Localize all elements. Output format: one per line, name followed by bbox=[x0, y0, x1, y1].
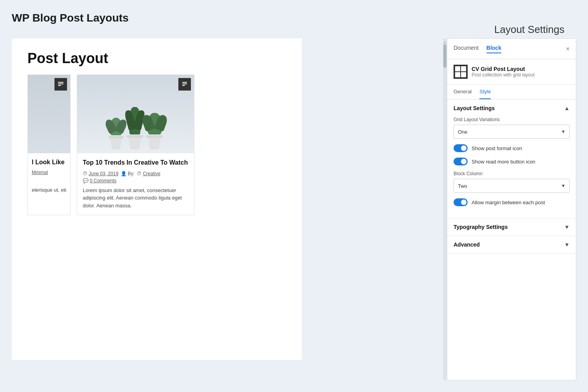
card-body: Top 10 Trends In Creative To Watch ⏱ Jun… bbox=[77, 153, 194, 215]
allow-margin-toggle[interactable] bbox=[454, 198, 468, 206]
block-name: CV Grid Post Layout bbox=[472, 66, 535, 72]
card-category[interactable]: Creative bbox=[143, 171, 160, 176]
layout-settings-chevron-up-icon: ▲ bbox=[564, 105, 570, 111]
block-column-select[interactable]: One Two Three Four bbox=[454, 179, 570, 193]
plant1 bbox=[109, 118, 123, 149]
card-category-item: ⏱ Creative bbox=[137, 171, 160, 176]
card-author-item: 👤 By: bbox=[121, 171, 134, 176]
svg-rect-4 bbox=[182, 83, 187, 84]
comment-icon: 💬 bbox=[83, 178, 89, 183]
plant-scene bbox=[77, 75, 194, 153]
panel-header: Document Block × bbox=[447, 39, 576, 59]
svg-rect-1 bbox=[58, 83, 64, 84]
card-image bbox=[77, 75, 194, 153]
card-meta: ⏱ June 03, 2019 👤 By: ⏱ Creative bbox=[83, 171, 189, 176]
inner-tabs: General Style bbox=[447, 85, 576, 100]
partial-card-icon bbox=[54, 78, 67, 91]
grid-layout-select[interactable]: One Two Three bbox=[454, 125, 570, 139]
block-icon-cell-4 bbox=[461, 72, 466, 77]
partial-card-excerpt: elerisque ut, etus. Nullam bbox=[32, 187, 66, 193]
plant2 bbox=[127, 107, 143, 149]
right-panel: Document Block × CV Grid Post Layout Pos… bbox=[447, 38, 576, 380]
inner-tab-style[interactable]: Style bbox=[479, 85, 491, 99]
page-title: WP Blog Post Layouts bbox=[12, 12, 576, 24]
canvas-area: Post Layout l Look Like bbox=[12, 38, 447, 380]
partial-card-title: l Look Like bbox=[32, 159, 66, 166]
grid-layout-label: Grid Layout Variations bbox=[454, 117, 570, 122]
svg-rect-5 bbox=[182, 85, 185, 86]
partial-card-link[interactable]: Minimal bbox=[32, 170, 48, 175]
card-comments[interactable]: 0 Comments bbox=[90, 178, 116, 183]
typography-settings-section: Typography Settings ▼ bbox=[447, 218, 576, 236]
block-column-label: Block Column bbox=[454, 171, 570, 176]
post-layout-title: Post Layout bbox=[27, 50, 290, 67]
show-post-format-label: Show post format icon bbox=[472, 145, 522, 151]
show-post-format-toggle-row: Show post format icon bbox=[454, 144, 570, 152]
tag-icon: ⏱ bbox=[137, 171, 142, 176]
block-description: Post collection with grid layout bbox=[472, 72, 535, 78]
tab-document[interactable]: Document bbox=[454, 45, 479, 53]
show-post-format-toggle[interactable] bbox=[454, 144, 468, 152]
grid-layout-select-wrapper: One Two Three ▼ bbox=[454, 125, 570, 139]
grid-layout-field: Grid Layout Variations One Two Three ▼ bbox=[454, 117, 570, 139]
scroll-up-icon[interactable]: ▲ bbox=[443, 40, 447, 44]
scrollbar-thumb[interactable] bbox=[443, 44, 446, 68]
advanced-section-header[interactable]: Advanced ▼ bbox=[447, 236, 576, 253]
card-date[interactable]: June 03, 2019 bbox=[89, 171, 118, 176]
typography-settings-title: Typography Settings bbox=[454, 224, 508, 230]
inner-tab-general[interactable]: General bbox=[454, 85, 472, 99]
typography-settings-chevron-down-icon: ▼ bbox=[564, 224, 570, 230]
block-icon-cell-1 bbox=[455, 66, 460, 71]
card-comments-item: 💬 0 Comments bbox=[83, 178, 116, 183]
by-label: By: bbox=[128, 171, 134, 176]
allow-margin-toggle-row: Allow margin between each post bbox=[454, 198, 570, 206]
panel-tabs: Document Block bbox=[454, 45, 501, 53]
block-icon-cell-2 bbox=[461, 66, 466, 71]
block-icon bbox=[454, 65, 468, 79]
panel-close-button[interactable]: × bbox=[566, 45, 570, 53]
layout-settings-section: Layout Settings ▲ Grid Layout Variations… bbox=[447, 100, 576, 218]
tab-block[interactable]: Block bbox=[486, 45, 501, 53]
plant3 bbox=[146, 113, 163, 149]
partial-post-card: l Look Like Minimal elerisque ut, etus. … bbox=[27, 74, 71, 215]
svg-rect-2 bbox=[58, 85, 61, 86]
canvas-inner: Post Layout l Look Like bbox=[12, 38, 302, 360]
layout-settings-header[interactable]: Layout Settings ▲ bbox=[447, 100, 576, 117]
svg-rect-3 bbox=[182, 82, 187, 83]
card-date-item: ⏱ June 03, 2019 bbox=[83, 171, 118, 176]
advanced-section: Advanced ▼ bbox=[447, 236, 576, 254]
block-text: CV Grid Post Layout Post collection with… bbox=[472, 66, 535, 78]
show-read-more-label: Show read more button icon bbox=[472, 159, 535, 165]
show-read-more-toggle-row: Show read more button icon bbox=[454, 158, 570, 165]
show-read-more-toggle[interactable] bbox=[454, 158, 468, 165]
layout-settings-heading: Layout Settings bbox=[494, 24, 564, 36]
advanced-section-title: Advanced bbox=[454, 241, 480, 248]
card-excerpt: Lorem ipsum dolor sit amet, consectetuer… bbox=[83, 187, 189, 210]
layout-settings-title: Layout Settings bbox=[454, 105, 495, 111]
clock-icon: ⏱ bbox=[83, 171, 87, 176]
typography-settings-header[interactable]: Typography Settings ▼ bbox=[447, 218, 576, 236]
canvas-scrollbar[interactable]: ▲ bbox=[443, 38, 447, 380]
block-info: CV Grid Post Layout Post collection with… bbox=[447, 59, 576, 85]
block-column-select-wrapper: One Two Three Four ▼ bbox=[454, 179, 570, 193]
allow-margin-label: Allow margin between each post bbox=[472, 200, 545, 205]
card-format-icon bbox=[178, 78, 191, 91]
panel-content: Layout Settings ▲ Grid Layout Variations… bbox=[447, 100, 576, 380]
advanced-chevron-down-icon: ▼ bbox=[564, 241, 570, 248]
partial-card-body: l Look Like Minimal elerisque ut, etus. … bbox=[28, 153, 70, 198]
post-cards-container: l Look Like Minimal elerisque ut, etus. … bbox=[27, 74, 290, 215]
user-icon: 👤 bbox=[121, 171, 127, 176]
block-icon-cell-3 bbox=[455, 72, 460, 77]
main-post-card: Top 10 Trends In Creative To Watch ⏱ Jun… bbox=[77, 74, 194, 215]
card-title: Top 10 Trends In Creative To Watch bbox=[83, 159, 189, 167]
card-comments-row: 💬 0 Comments bbox=[83, 178, 189, 183]
svg-rect-0 bbox=[58, 82, 64, 83]
block-column-field: Block Column One Two Three Four ▼ bbox=[454, 171, 570, 193]
layout-settings-body: Grid Layout Variations One Two Three ▼ bbox=[447, 117, 576, 218]
